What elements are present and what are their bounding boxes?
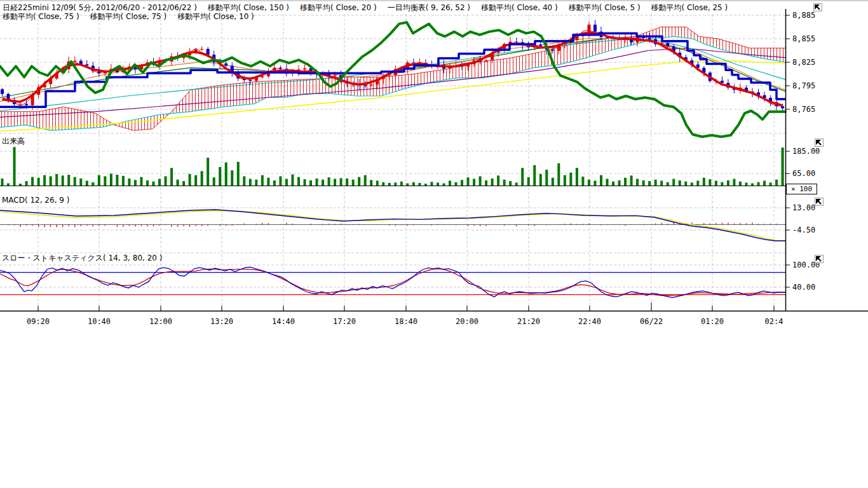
volume-panel-title: 出来高: [2, 136, 25, 147]
macd-panel-scale-button[interactable]: [815, 198, 824, 206]
price-axis-label: 8,855: [792, 34, 815, 43]
indicator-label: 移動平均( Close, 25 ): [651, 3, 728, 13]
time-tick-label: 09:20: [27, 317, 50, 326]
axes: 8,8858,8558,8258,7958,765185.0065.0013.0…: [0, 9, 868, 311]
stoch-panel-scale-button[interactable]: [815, 255, 824, 263]
indicator-label: 移動平均( Close, 75 ): [90, 11, 167, 22]
price-axis-label: 8,885: [792, 11, 815, 20]
indicator-label: 移動平均( Close, 40 ): [481, 3, 558, 13]
price-axis-label: 8,765: [792, 105, 815, 114]
stoch-k-line: [0, 268, 785, 298]
macd-histogram: [3, 222, 783, 227]
nw-arrow-icon: [814, 4, 822, 11]
volume-bars: [0, 147, 785, 186]
time-tick-label: 20:00: [456, 317, 478, 326]
indicator-label: 移動平均( Close, 10 ): [177, 11, 254, 22]
stoch-panel-title: スロー・ストキャスティクス( 14, 3, 80, 20 ): [2, 253, 162, 264]
chart-canvas[interactable]: 8,8858,8558,8258,7958,765185.0065.0013.0…: [0, 0, 868, 332]
indicator-label: 移動平均( Close, 20 ): [300, 3, 377, 13]
indicator-label: 一目均衡表( 9, 26, 52 ): [388, 3, 470, 13]
nw-arrow-icon: [815, 139, 823, 146]
ma40-cyan-line: [0, 39, 785, 111]
main-panel-scale-button[interactable]: [813, 3, 822, 11]
nw-arrow-icon: [815, 255, 823, 262]
volume-panel-scale-button[interactable]: [815, 139, 824, 147]
stoch-axis-label: 40.00: [792, 283, 815, 292]
macd-panel: [0, 210, 785, 241]
indicator-label: 移動平均( Close, 75 ): [3, 11, 79, 22]
time-tick-label: 17:20: [333, 317, 356, 326]
time-tick-label: 21:20: [517, 317, 540, 326]
time-tick-label: 18:40: [395, 317, 417, 326]
time-tick-label: 10:40: [88, 317, 111, 326]
x-axis-ticks: 09:2010:4012:0013:2014:4017:2018:4020:00…: [27, 302, 783, 326]
grid-lines: [0, 14, 785, 311]
time-tick-label: 01:20: [701, 317, 724, 326]
macd-panel-title: MACD( 12, 26, 9 ): [2, 196, 69, 205]
macd-line: [0, 210, 785, 241]
time-tick-label: 06/22: [640, 317, 663, 326]
time-tick-label: 02:4: [765, 317, 783, 326]
volume-axis-label: 185.00: [792, 147, 820, 156]
chart-header-line2: 移動平均( Close, 75 )移動平均( Close, 75 )移動平均( …: [3, 11, 254, 22]
time-tick-label: 12:00: [149, 317, 172, 326]
volume-multiplier-badge: × 100: [786, 184, 817, 194]
time-tick-label: 22:40: [578, 317, 601, 326]
indicator-label: 移動平均( Close, 5 ): [569, 3, 641, 13]
macd-axis-label: -4.50: [792, 226, 815, 234]
volume-axis-label: 65.00: [792, 169, 815, 178]
nw-arrow-icon: [815, 198, 823, 205]
time-tick-label: 14:40: [272, 317, 295, 326]
stochastics-panel: [0, 268, 785, 298]
time-tick-label: 13:20: [210, 317, 233, 326]
price-axis-label: 8,795: [792, 81, 815, 90]
stoch-d-line: [0, 269, 785, 295]
price-axis-label: 8,825: [792, 58, 815, 67]
macd-axis-label: 13.00: [792, 203, 815, 212]
chart-window: 日経225mini 12/09( 5分, 2012/06/20 - 2012/0…: [0, 0, 868, 488]
